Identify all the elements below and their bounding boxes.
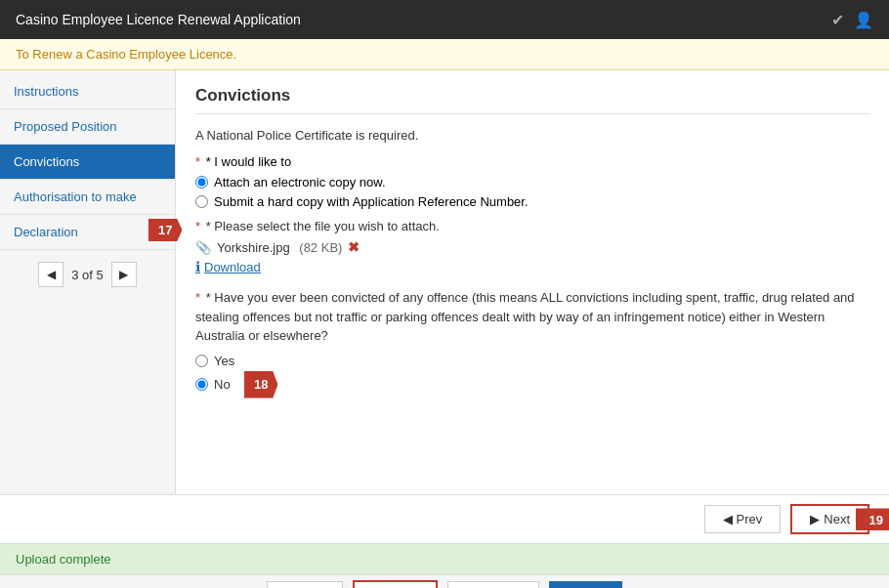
main-layout: 17 Instructions Proposed Position Convic… <box>0 70 889 494</box>
download-label[interactable]: Download <box>204 260 261 274</box>
i-would-like-group: * * I would like to Attach an electronic… <box>195 154 869 209</box>
police-cert-text: A National Police Certificate is require… <box>195 128 869 143</box>
header: Casino Employee Licence Renewal Applicat… <box>0 0 889 39</box>
info-icon: ℹ <box>195 259 200 274</box>
radio-no-input[interactable] <box>195 378 208 391</box>
header-icons: ✔ 👤 <box>831 11 873 29</box>
prev-label: Prev <box>737 512 763 526</box>
file-name: Yorkshire.jpg <box>217 240 290 255</box>
download-link[interactable]: ℹ Download <box>195 259 869 274</box>
prev-arrow-icon: ◀ <box>723 512 733 526</box>
footer: 🖨 PDF 💾 Save 👁 Review Submit <box>0 574 889 588</box>
radio-yes[interactable]: Yes <box>195 352 869 371</box>
prev-page-button[interactable]: ◀ <box>38 262 64 287</box>
sidebar: Instructions Proposed Position Convictio… <box>0 70 176 494</box>
next-page-button[interactable]: ▶ <box>111 262 137 287</box>
radio-submit-label: Submit a hard copy with Application Refe… <box>214 194 529 209</box>
sidebar-item-authorisation[interactable]: Authorisation to make <box>0 180 175 215</box>
conviction-radios: Yes No 18 <box>195 352 869 395</box>
radio-no-label: No <box>214 375 231 395</box>
sidebar-item-proposed-position[interactable]: Proposed Position <box>0 109 175 145</box>
radio-yes-input[interactable] <box>195 355 208 367</box>
badge-18: 18 <box>244 371 277 399</box>
radio-submit[interactable]: Submit a hard copy with Application Refe… <box>195 194 869 209</box>
review-button[interactable]: 👁 Review <box>447 581 540 588</box>
radio-no[interactable]: No 18 <box>195 375 869 395</box>
nav-row: ◀ Prev ▶ Next 19 <box>0 494 889 543</box>
app-title: Casino Employee Licence Renewal Applicat… <box>16 12 301 27</box>
next-label: Next <box>824 512 850 526</box>
next-arrow-icon: ▶ <box>810 512 820 526</box>
file-delete-button[interactable]: ✖ <box>348 239 360 255</box>
pdf-button[interactable]: 🖨 PDF <box>267 581 343 588</box>
prev-button[interactable]: ◀ Prev <box>704 505 782 533</box>
file-size: (82 KB) <box>296 240 343 255</box>
status-text: Upload complete <box>16 552 111 567</box>
sidebar-item-convictions[interactable]: Convictions <box>0 145 175 180</box>
user-icon: 👤 <box>854 11 873 29</box>
status-bar: Upload complete <box>0 543 889 574</box>
paperclip-icon: 📎 <box>195 240 211 255</box>
notice-text: To Renew a Casino Employee Licence. <box>16 47 236 62</box>
badge-19: 19 <box>856 508 889 530</box>
radio-attach-label: Attach an electronic copy now. <box>214 175 386 189</box>
would-like-label: * I would like to <box>206 154 291 169</box>
file-item: 📎 Yorkshire.jpg (82 KB) ✖ <box>195 239 869 255</box>
radio-yes-label: Yes <box>214 352 234 371</box>
please-select-label: * * Please select the file you wish to a… <box>195 219 869 233</box>
sidebar-pagination: ◀ 3 of 5 ▶ <box>0 250 175 299</box>
page-indicator: 3 of 5 <box>71 268 104 282</box>
sidebar-item-instructions[interactable]: Instructions <box>0 74 175 109</box>
check-icon: ✔ <box>831 11 844 29</box>
submit-button[interactable]: Submit <box>549 581 621 588</box>
content-area: Convictions A National Police Certificat… <box>176 70 889 494</box>
save-button[interactable]: 💾 Save <box>353 580 438 588</box>
page-title: Convictions <box>195 86 869 114</box>
radio-attach-input[interactable] <box>195 176 208 189</box>
radio-submit-input[interactable] <box>195 195 208 208</box>
badge-17: 17 <box>148 219 182 241</box>
required-star-1: * <box>195 154 200 169</box>
file-section: * * Please select the file you wish to a… <box>195 219 869 274</box>
radio-attach[interactable]: Attach an electronic copy now. <box>195 175 869 189</box>
conviction-question: * * Have you ever been convicted of any … <box>195 288 869 395</box>
notice-bar: To Renew a Casino Employee Licence. <box>0 39 889 70</box>
